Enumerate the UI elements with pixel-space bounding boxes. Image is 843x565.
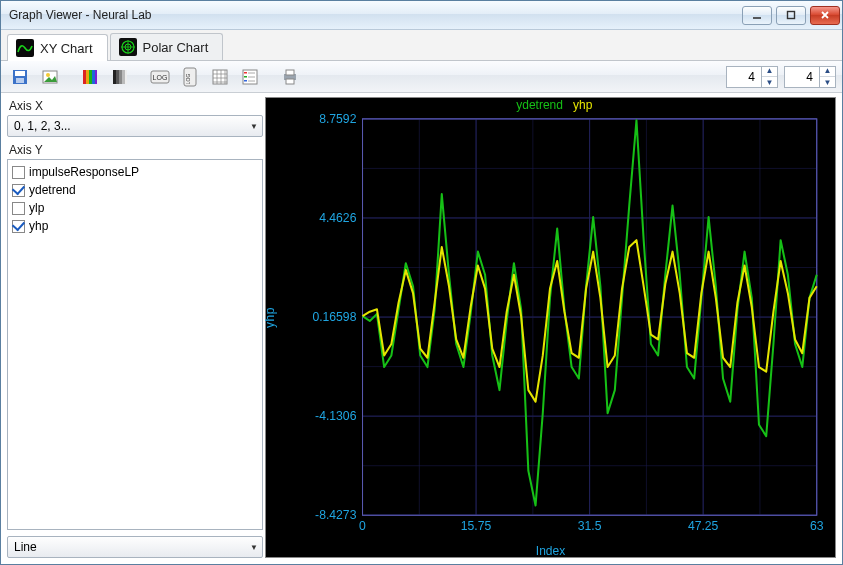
svg-rect-19	[122, 70, 125, 84]
svg-rect-1	[788, 12, 795, 19]
svg-text:8.7592: 8.7592	[319, 112, 356, 126]
svg-rect-34	[286, 70, 294, 75]
checkbox-icon[interactable]	[12, 184, 25, 197]
axis-y-label: Axis Y	[9, 143, 263, 157]
log-y-icon[interactable]: LOG	[177, 65, 203, 89]
checklist-item-label: impulseResponseLP	[29, 165, 139, 179]
axis-y-list[interactable]: impulseResponseLPydetrendylpyhp	[7, 159, 263, 530]
svg-rect-28	[244, 76, 247, 78]
spin-down-icon[interactable]: ▼	[820, 77, 835, 88]
svg-rect-20	[125, 70, 127, 84]
legend-ydetrend: ydetrend	[516, 98, 563, 112]
checklist-item-label: yhp	[29, 219, 48, 233]
window-title: Graph Viewer - Neural Lab	[9, 8, 152, 22]
palette-color-icon[interactable]	[77, 65, 103, 89]
svg-rect-27	[244, 72, 247, 74]
svg-rect-16	[113, 70, 116, 84]
svg-rect-17	[116, 70, 119, 84]
svg-text:0.16598: 0.16598	[312, 310, 356, 324]
checkbox-icon[interactable]	[12, 166, 25, 179]
chart-legend: ydetrend yhp	[516, 98, 592, 112]
save-icon[interactable]	[7, 65, 33, 89]
spin-2[interactable]: 4 ▲▼	[784, 66, 836, 88]
x-axis-label: Index	[536, 544, 565, 558]
log-x-icon[interactable]: LOG	[147, 65, 173, 89]
spin-up-icon[interactable]: ▲	[820, 66, 835, 77]
tab-label: XY Chart	[40, 41, 93, 56]
svg-text:-8.4273: -8.4273	[315, 508, 356, 522]
checklist-item[interactable]: yhp	[12, 217, 258, 235]
titlebar: Graph Viewer - Neural Lab	[1, 1, 842, 30]
axis-x-combo-value: 0, 1, 2, 3...	[14, 119, 71, 133]
svg-text:-4.1306: -4.1306	[315, 409, 356, 423]
tab-label: Polar Chart	[143, 40, 209, 55]
svg-rect-7	[15, 71, 25, 76]
maximize-button[interactable]	[776, 6, 806, 25]
svg-rect-35	[286, 79, 294, 84]
toolbar: LOG LOG 4 ▲▼ 4 ▲▼	[1, 61, 842, 93]
minimize-button[interactable]	[742, 6, 772, 25]
svg-text:31.5: 31.5	[578, 519, 602, 533]
tab-strip: XY Chart Polar Chart	[1, 30, 842, 61]
checklist-item[interactable]: ydetrend	[12, 181, 258, 199]
chart-canvas[interactable]: ydetrend yhp -8.4273-4.13060.165984.4626…	[265, 97, 836, 558]
y-axis-label: yhp	[263, 307, 277, 328]
tab-xy-chart[interactable]: XY Chart	[7, 34, 108, 61]
checklist-item-label: ydetrend	[29, 183, 76, 197]
chart-type-value: Line	[14, 540, 37, 554]
legend-icon[interactable]	[237, 65, 263, 89]
svg-rect-12	[86, 70, 89, 84]
spin-up-icon[interactable]: ▲	[762, 66, 777, 77]
svg-rect-11	[83, 70, 86, 84]
svg-text:4.4626: 4.4626	[319, 211, 356, 225]
xy-chart-icon	[16, 39, 34, 57]
svg-rect-13	[89, 70, 92, 84]
spin-1[interactable]: 4 ▲▼	[726, 66, 778, 88]
palette-gray-icon[interactable]	[107, 65, 133, 89]
svg-rect-18	[119, 70, 122, 84]
svg-point-10	[46, 73, 50, 77]
checkbox-icon[interactable]	[12, 202, 25, 215]
axis-x-combo[interactable]: 0, 1, 2, 3... ▼	[7, 115, 263, 137]
svg-text:LOG: LOG	[185, 73, 191, 84]
polar-chart-icon	[119, 38, 137, 56]
chevron-down-icon: ▼	[250, 122, 258, 131]
legend-yhp: yhp	[573, 98, 592, 112]
svg-rect-15	[95, 70, 97, 84]
svg-text:63: 63	[810, 519, 824, 533]
svg-rect-8	[16, 78, 24, 83]
svg-rect-29	[244, 80, 247, 82]
svg-text:15.75: 15.75	[461, 519, 492, 533]
tab-polar-chart[interactable]: Polar Chart	[110, 33, 224, 60]
print-icon[interactable]	[277, 65, 303, 89]
spin-2-value: 4	[785, 70, 819, 84]
chevron-down-icon: ▼	[250, 543, 258, 552]
checkbox-icon[interactable]	[12, 220, 25, 233]
checklist-item[interactable]: impulseResponseLP	[12, 163, 258, 181]
svg-text:LOG: LOG	[153, 74, 168, 81]
close-button[interactable]	[810, 6, 840, 25]
checklist-item-label: ylp	[29, 201, 44, 215]
chart-type-combo[interactable]: Line ▼	[7, 536, 263, 558]
svg-text:0: 0	[359, 519, 366, 533]
checklist-item[interactable]: ylp	[12, 199, 258, 217]
svg-rect-14	[92, 70, 95, 84]
export-image-icon[interactable]	[37, 65, 63, 89]
spin-1-value: 4	[727, 70, 761, 84]
spin-down-icon[interactable]: ▼	[762, 77, 777, 88]
grid-icon[interactable]	[207, 65, 233, 89]
axis-x-label: Axis X	[9, 99, 263, 113]
svg-text:47.25: 47.25	[688, 519, 719, 533]
